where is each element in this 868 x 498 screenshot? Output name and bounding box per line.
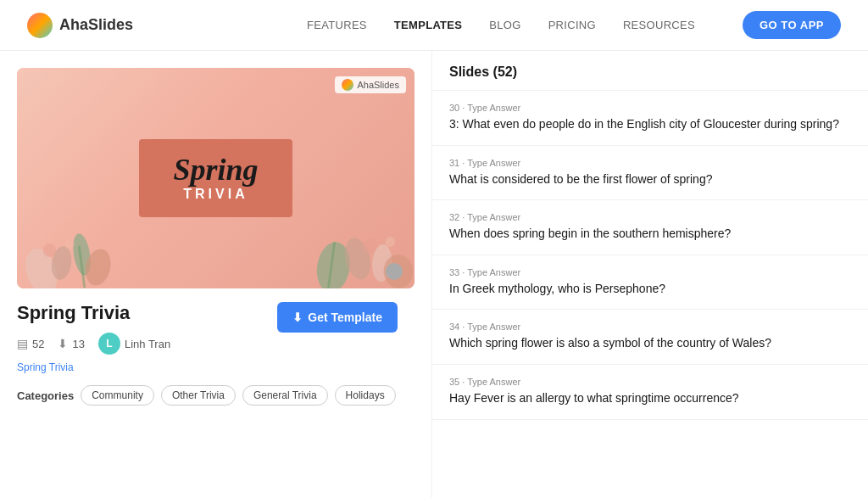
nav-features[interactable]: FEATURES bbox=[307, 19, 367, 31]
svg-point-10 bbox=[363, 238, 377, 254]
get-template-label: Get Template bbox=[308, 311, 382, 324]
slide-item[interactable]: 30 · Type Answer 3: What even do people … bbox=[432, 91, 868, 146]
logo-text: AhaSlides bbox=[59, 16, 133, 34]
slides-icon: ▤ bbox=[17, 337, 28, 350]
slide-question: 3: What even do people do in the English… bbox=[449, 116, 851, 133]
nav-templates[interactable]: TEMPLATES bbox=[394, 19, 462, 31]
template-info-row: Spring Trivia ▤ 52 ⬇ 13 L Linh Tran bbox=[17, 288, 415, 373]
downloads-item: ⬇ 13 bbox=[58, 337, 84, 350]
template-preview: AhaSlides bbox=[17, 68, 415, 288]
slide-item[interactable]: 31 · Type Answer What is considered to b… bbox=[432, 146, 868, 201]
right-panel: Slides (52) 30 · Type Answer 3: What eve… bbox=[432, 51, 868, 498]
categories-label: Categories bbox=[17, 389, 74, 402]
slide-type: 32 · Type Answer bbox=[449, 212, 851, 222]
navigation: AhaSlides FEATURES TEMPLATES BLOG PRICIN… bbox=[0, 0, 868, 51]
preview-title-sub: TRIVIA bbox=[173, 187, 258, 202]
download-arrow-icon: ⬇ bbox=[292, 311, 303, 324]
slides-header: Slides (52) bbox=[432, 51, 868, 91]
author-avatar: L bbox=[98, 333, 120, 355]
get-template-button[interactable]: ⬇ Get Template bbox=[277, 302, 398, 333]
author-initial: L bbox=[106, 338, 112, 350]
category-holidays[interactable]: Holidays bbox=[335, 385, 396, 406]
category-other-trivia[interactable]: Other Trivia bbox=[161, 385, 236, 406]
category-general-trivia[interactable]: General Trivia bbox=[242, 385, 328, 406]
slide-item[interactable]: 33 · Type Answer In Greek mythology, who… bbox=[432, 255, 868, 311]
category-community[interactable]: Community bbox=[81, 385, 154, 406]
slides-count-item: ▤ 52 bbox=[17, 337, 44, 350]
slide-item[interactable]: 35 · Type Answer Hay Fever is an allergy… bbox=[432, 365, 868, 420]
slide-type: 31 · Type Answer bbox=[449, 158, 851, 168]
left-panel: AhaSlides bbox=[0, 51, 432, 498]
slide-question: In Greek mythology, who is Persephone? bbox=[449, 281, 851, 298]
nav-links: FEATURES TEMPLATES BLOG PRICING RESOURCE… bbox=[307, 11, 841, 39]
slide-question: When does spring begin in the southern h… bbox=[449, 226, 851, 243]
template-meta: ▤ 52 ⬇ 13 L Linh Tran bbox=[17, 333, 415, 355]
slide-question: Hay Fever is an allergy to what springti… bbox=[449, 390, 851, 407]
nav-blog[interactable]: BLOG bbox=[489, 19, 520, 31]
preview-title-script: Spring bbox=[173, 154, 258, 185]
slide-avatar-icon bbox=[386, 263, 403, 280]
preview-badge: AhaSlides bbox=[335, 76, 406, 93]
slide-item[interactable]: 32 · Type Answer When does spring begin … bbox=[432, 200, 868, 255]
preview-title-box: Spring TRIVIA bbox=[139, 139, 292, 217]
main-content: AhaSlides bbox=[0, 51, 868, 498]
slides-list[interactable]: 30 · Type Answer 3: What even do people … bbox=[432, 91, 868, 498]
categories-row: Categories Community Other Trivia Genera… bbox=[17, 385, 415, 406]
download-icon: ⬇ bbox=[58, 337, 68, 350]
slide-item[interactable]: 34 · Type Answer Which spring flower is … bbox=[432, 310, 868, 365]
slide-question: Which spring flower is also a symbol of … bbox=[449, 335, 851, 352]
slide-type: 34 · Type Answer bbox=[449, 322, 851, 332]
nav-resources[interactable]: RESOURCES bbox=[623, 19, 695, 31]
author-item: L Linh Tran bbox=[98, 333, 170, 355]
template-tag: Spring Trivia bbox=[17, 361, 415, 373]
preview-content: Spring TRIVIA bbox=[139, 139, 292, 217]
downloads-count: 13 bbox=[72, 338, 84, 350]
badge-logo-icon bbox=[342, 79, 353, 91]
badge-text: AhaSlides bbox=[357, 80, 399, 90]
svg-point-11 bbox=[386, 237, 395, 247]
logo[interactable]: AhaSlides bbox=[27, 13, 133, 38]
svg-point-4 bbox=[43, 243, 56, 257]
logo-icon bbox=[27, 13, 53, 38]
author-name: Linh Tran bbox=[125, 338, 170, 350]
slides-count: 52 bbox=[32, 338, 44, 350]
nav-pricing[interactable]: PRICING bbox=[548, 19, 596, 31]
slide-type: 35 · Type Answer bbox=[449, 377, 851, 387]
slide-question: What is considered to be the first flowe… bbox=[449, 171, 851, 188]
svg-point-5 bbox=[64, 239, 74, 249]
slide-type: 30 · Type Answer bbox=[449, 103, 851, 113]
slide-type: 33 · Type Answer bbox=[449, 267, 851, 277]
go-to-app-button[interactable]: GO TO APP bbox=[743, 11, 841, 39]
